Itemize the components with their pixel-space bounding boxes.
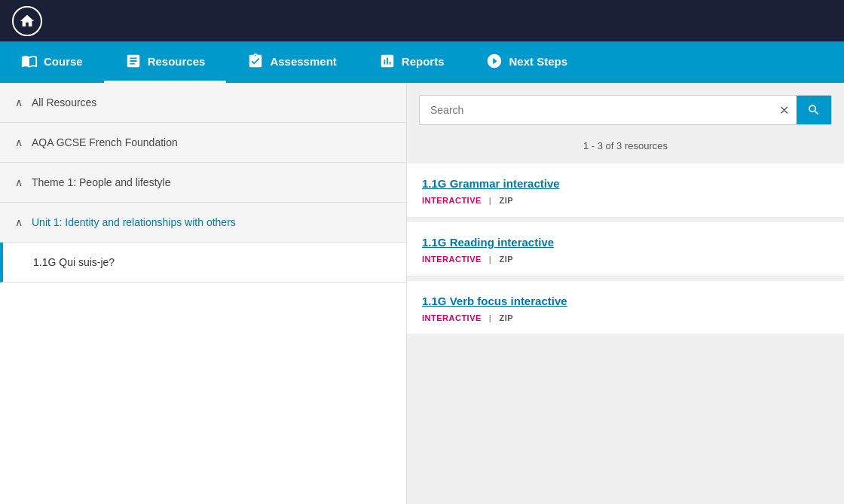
chevron-up-icon-aqa: ∧ <box>15 136 23 148</box>
chevron-up-icon-theme1: ∧ <box>15 176 23 188</box>
nav-item-course[interactable]: Course <box>0 41 104 83</box>
nav-label-course: Course <box>44 55 83 68</box>
chevron-up-icon: ∧ <box>15 96 23 108</box>
search-input[interactable] <box>420 96 772 124</box>
navigation-bar: Course Resources Assessment Reports Next… <box>0 41 844 83</box>
sidebar-item-all-resources[interactable]: ∧ All Resources <box>0 83 406 123</box>
search-button[interactable] <box>797 96 831 124</box>
resource-tags-reading: INTERACTIVE | ZIP <box>422 255 829 264</box>
search-icon <box>807 103 821 117</box>
nav-label-next-steps: Next Steps <box>509 55 567 68</box>
resource-title-verb: 1.1G Verb focus interactive <box>422 295 829 307</box>
nav-label-assessment: Assessment <box>270 55 336 68</box>
sidebar-item-theme1[interactable]: ∧ Theme 1: People and lifestyle <box>0 163 406 203</box>
sidebar-item-aqa-gcse[interactable]: ∧ AQA GCSE French Foundation <box>0 123 406 163</box>
nav-item-next-steps[interactable]: Next Steps <box>465 41 589 83</box>
resource-title-grammar: 1.1G Grammar interactive <box>422 177 829 190</box>
nav-item-assessment[interactable]: Assessment <box>226 41 357 83</box>
tag-zip-verb: ZIP <box>499 313 513 322</box>
tag-interactive-reading: INTERACTIVE <box>422 255 482 264</box>
clear-search-button[interactable]: ✕ <box>772 97 797 124</box>
resource-title-reading: 1.1G Reading interactive <box>422 236 829 249</box>
sidebar: ∧ All Resources ∧ AQA GCSE French Founda… <box>0 83 407 504</box>
nav-item-reports[interactable]: Reports <box>358 41 466 83</box>
tag-divider-verb: | <box>489 313 492 322</box>
resource-card-grammar[interactable]: 1.1G Grammar interactive INTERACTIVE | Z… <box>407 163 844 218</box>
home-button[interactable] <box>12 6 42 36</box>
nav-label-reports: Reports <box>402 55 445 68</box>
tag-zip-grammar: ZIP <box>499 196 513 205</box>
tag-interactive-verb: INTERACTIVE <box>422 313 482 322</box>
resource-count: 1 - 3 of 3 resources <box>407 134 844 159</box>
sidebar-item-lesson1[interactable]: 1.1G Qui suis-je? <box>0 243 406 283</box>
search-bar: ✕ <box>419 95 832 125</box>
sidebar-item-unit1[interactable]: ∧ Unit 1: Identity and relationships wit… <box>0 203 406 243</box>
nav-item-resources[interactable]: Resources <box>104 41 227 83</box>
resources-content: ✕ 1 - 3 of 3 resources 1.1G Grammar inte… <box>407 83 844 504</box>
resource-card-reading[interactable]: 1.1G Reading interactive INTERACTIVE | Z… <box>407 222 844 276</box>
sidebar-item-label-aqa-gcse: AQA GCSE French Foundation <box>32 136 178 148</box>
sidebar-item-label-unit1: Unit 1: Identity and relationships with … <box>32 216 236 228</box>
sidebar-item-label-theme1: Theme 1: People and lifestyle <box>32 176 170 188</box>
resource-tags-grammar: INTERACTIVE | ZIP <box>422 196 829 205</box>
tag-divider-grammar: | <box>489 196 492 205</box>
top-bar <box>0 0 844 41</box>
sidebar-item-label-lesson1: 1.1G Qui suis-je? <box>33 256 115 268</box>
chevron-up-icon-unit1: ∧ <box>15 216 23 228</box>
nav-label-resources: Resources <box>148 55 206 68</box>
sidebar-item-label-all-resources: All Resources <box>32 96 96 108</box>
tag-zip-reading: ZIP <box>499 255 513 264</box>
tag-divider-reading: | <box>489 255 492 264</box>
resource-card-verb[interactable]: 1.1G Verb focus interactive INTERACTIVE … <box>407 281 844 335</box>
main-content: ∧ All Resources ∧ AQA GCSE French Founda… <box>0 83 844 504</box>
tag-interactive-grammar: INTERACTIVE <box>422 196 482 205</box>
resource-tags-verb: INTERACTIVE | ZIP <box>422 313 829 322</box>
